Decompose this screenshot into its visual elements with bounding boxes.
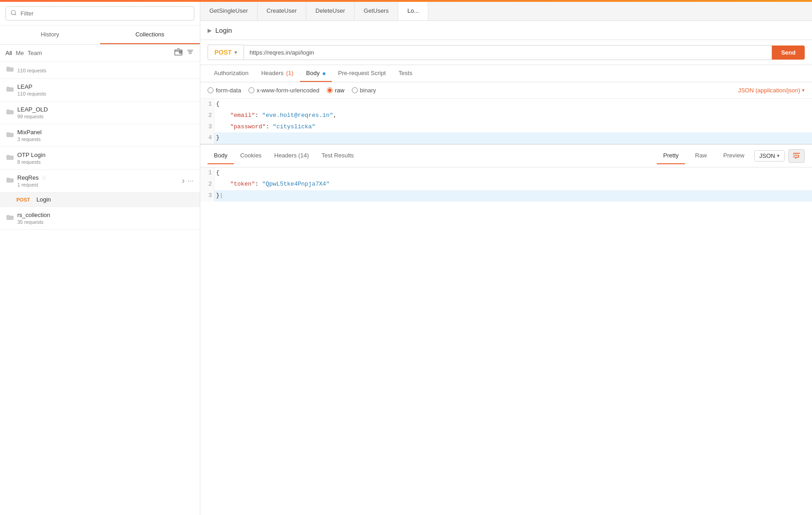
line-number: 4	[200, 132, 214, 144]
request-nav: Authorization Headers (1) Body Pre-reque…	[200, 65, 812, 82]
code-cell: "password": "cityslicka"	[214, 121, 812, 133]
request-item-login[interactable]: POST Login	[0, 192, 200, 207]
collection-item[interactable]: 110 requests	[0, 61, 200, 79]
body-options: form-data x-www-form-urlencoded raw bina…	[200, 82, 812, 99]
collection-name: ReqRes ☆	[17, 174, 178, 181]
tab-getUsers[interactable]: GetUsers	[355, 2, 398, 20]
filter-bar: All Me Team	[0, 45, 200, 61]
response-code-table: 1 { 2 "token": "QpwL5tke4Pnpja7X4" 3 }|	[200, 167, 812, 201]
nav-tab-headers[interactable]: Headers (1)	[255, 65, 300, 82]
new-collection-icon[interactable]	[174, 48, 183, 57]
collection-item-leap[interactable]: LEAP 110 requests	[0, 79, 200, 101]
collection-info: 110 requests	[17, 67, 193, 73]
format-type-label: JSON	[759, 152, 775, 159]
method-label: POST	[214, 49, 232, 56]
nav-tab-body[interactable]: Body	[300, 65, 332, 82]
collection-item-leap-old[interactable]: LEAP_OLD 99 requests	[0, 101, 200, 124]
collection-name: LEAP	[17, 83, 193, 90]
response-line-3: 3 }|	[200, 190, 812, 202]
format-pretty[interactable]: Pretty	[657, 147, 685, 164]
response-nav-cookies[interactable]: Cookies	[234, 147, 268, 164]
request-body-editor[interactable]: 1 { 2 "email": "eve.holt@reqres.in", 3 "…	[200, 99, 812, 144]
code-cell: }	[214, 132, 812, 144]
tab-deleteUser[interactable]: DeleteUser	[306, 2, 355, 20]
star-icon[interactable]: ☆	[41, 174, 47, 181]
radio-urlencoded[interactable]: x-www-form-urlencoded	[249, 87, 320, 94]
collection-info: ReqRes ☆ 1 request	[17, 174, 178, 187]
collection-item-rs[interactable]: rs_collection 35 requests	[0, 207, 200, 230]
json-type-chevron-icon: ▾	[802, 87, 805, 93]
radio-raw[interactable]: raw	[327, 87, 345, 94]
request-tabs: GetSingleUser CreateUser DeleteUser GetU…	[200, 2, 812, 21]
code-table: 1 { 2 "email": "eve.holt@reqres.in", 3 "…	[200, 99, 812, 144]
headers-badge: (1)	[286, 70, 294, 76]
method-select[interactable]: POST ▾	[208, 45, 244, 60]
filter-team[interactable]: Team	[28, 50, 42, 56]
folder-icon	[6, 109, 14, 116]
url-bar: POST ▾ Send	[200, 40, 812, 65]
collection-info: MixPanel 3 requests	[17, 129, 193, 142]
format-type-chevron-icon: ▾	[777, 153, 780, 159]
code-line-4: 4 }	[200, 132, 812, 144]
word-wrap-button[interactable]	[788, 149, 805, 163]
line-number: 3	[200, 121, 214, 133]
radio-binary[interactable]: binary	[352, 87, 376, 94]
line-number: 3	[200, 190, 214, 202]
format-type-select[interactable]: JSON ▾	[754, 150, 785, 162]
collection-name: MixPanel	[17, 129, 193, 136]
collection-requests: 110 requests	[17, 91, 193, 96]
send-button[interactable]: Send	[772, 45, 805, 60]
response-nav-headers[interactable]: Headers (14)	[268, 147, 315, 164]
response-body-editor[interactable]: 1 { 2 "token": "QpwL5tke4Pnpja7X4" 3 }|	[200, 167, 812, 515]
collection-requests: 99 requests	[17, 114, 193, 119]
collection-requests: 35 requests	[17, 219, 193, 225]
collection-item-mixpanel[interactable]: MixPanel 3 requests	[0, 124, 200, 147]
code-cell: "email": "eve.holt@reqres.in",	[214, 110, 812, 121]
code-cell: "token": "QpwL5tke4Pnpja7X4"	[214, 179, 812, 190]
code-cell: }|	[214, 190, 812, 202]
sidebar-search-container	[0, 2, 200, 25]
folder-icon	[6, 177, 14, 185]
tab-getSingleUser[interactable]: GetSingleUser	[200, 2, 258, 20]
code-line-1: 1 {	[200, 99, 812, 110]
tab-login[interactable]: Lo...	[398, 2, 428, 20]
collection-info: rs_collection 35 requests	[17, 212, 193, 225]
response-line-1: 1 {	[200, 167, 812, 179]
code-cell: {	[214, 99, 812, 110]
tab-collections[interactable]: Collections	[100, 25, 200, 44]
response-nav-body[interactable]: Body	[208, 147, 234, 164]
format-raw[interactable]: Raw	[689, 147, 713, 164]
collection-requests: 3 requests	[17, 136, 193, 142]
request-title: Login	[215, 26, 232, 34]
tab-createUser[interactable]: CreateUser	[258, 2, 306, 20]
expand-collection-icon[interactable]: ›	[182, 176, 185, 186]
code-line-2: 2 "email": "eve.holt@reqres.in",	[200, 110, 812, 121]
filter-all[interactable]: All	[5, 50, 12, 56]
sidebar: History Collections All Me Team	[0, 2, 200, 515]
collection-requests: 8 requests	[17, 159, 193, 165]
collection-requests: 110 requests	[17, 68, 193, 73]
collection-name: LEAP_OLD	[17, 106, 193, 113]
radio-form-data[interactable]: form-data	[208, 87, 241, 94]
collapse-arrow-icon[interactable]: ▶	[208, 27, 212, 34]
sort-icon[interactable]	[186, 48, 194, 57]
nav-tab-tests[interactable]: Tests	[392, 65, 419, 82]
filter-input[interactable]	[20, 10, 189, 17]
format-preview[interactable]: Preview	[717, 147, 751, 164]
collection-item-reqres[interactable]: ReqRes ☆ 1 request › ···	[0, 170, 200, 192]
search-icon	[10, 10, 17, 17]
json-type-select[interactable]: JSON (application/json) ▾	[738, 87, 805, 94]
line-number: 1	[200, 167, 214, 179]
code-line-3: 3 "password": "cityslicka"	[200, 121, 812, 133]
collection-info: LEAP 110 requests	[17, 83, 193, 96]
response-nav-test-results[interactable]: Test Results	[315, 147, 360, 164]
response-line-2: 2 "token": "QpwL5tke4Pnpja7X4"	[200, 179, 812, 190]
more-options-icon[interactable]: ···	[188, 177, 193, 185]
nav-tab-pre-request[interactable]: Pre-request Script	[332, 65, 392, 82]
collection-info: OTP Login 8 requests	[17, 151, 193, 165]
url-input[interactable]	[244, 45, 772, 60]
nav-tab-authorization[interactable]: Authorization	[208, 65, 255, 82]
filter-me[interactable]: Me	[15, 50, 24, 56]
collection-item-otp[interactable]: OTP Login 8 requests	[0, 147, 200, 170]
tab-history[interactable]: History	[0, 25, 100, 44]
